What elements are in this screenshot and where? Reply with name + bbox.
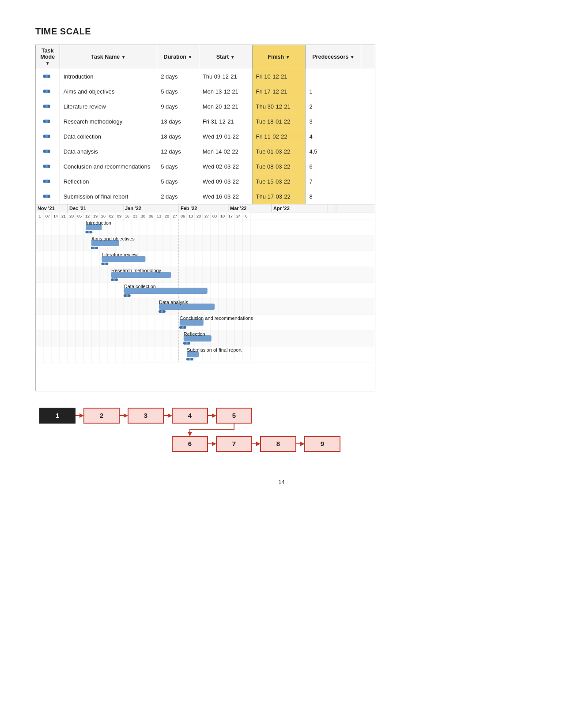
- task-pred: [306, 69, 361, 84]
- task-mode-icon: [43, 177, 53, 184]
- svg-point-142: [95, 247, 98, 249]
- svg-marker-189: [212, 442, 216, 446]
- svg-text:0: 0: [245, 214, 247, 218]
- task-duration: 2 days: [157, 69, 199, 84]
- page-number: 14: [35, 479, 528, 485]
- svg-point-162: [163, 310, 166, 313]
- table-row: Literature review 9 days Mon 20-12-21 Th…: [36, 99, 375, 114]
- task-ind: [361, 144, 375, 159]
- svg-text:26: 26: [101, 214, 106, 218]
- svg-text:16: 16: [125, 214, 129, 218]
- svg-point-11: [48, 120, 50, 123]
- svg-text:09: 09: [117, 214, 121, 218]
- task-duration: 5 days: [157, 159, 199, 174]
- svg-text:17: 17: [228, 214, 233, 218]
- svg-point-157: [128, 294, 131, 297]
- svg-text:Aims and objectives: Aims and objectives: [91, 236, 135, 241]
- task-finish: Tue 18-01-22: [252, 114, 306, 129]
- task-mode-icon: [43, 162, 53, 169]
- task-duration: 9 days: [157, 99, 199, 114]
- network-svg: 123456789: [35, 404, 375, 461]
- table-row: Aims and objectives 5 days Mon 13-12-21 …: [36, 84, 375, 99]
- svg-marker-186: [212, 413, 216, 418]
- task-name: Submission of final report: [60, 189, 157, 204]
- svg-text:30: 30: [141, 214, 145, 218]
- th-pred: Predecessors ▼: [306, 45, 361, 69]
- task-finish: Thu 30-12-21: [252, 99, 306, 114]
- svg-point-19: [43, 165, 45, 168]
- svg-text:Jan '22: Jan '22: [125, 206, 141, 211]
- task-mode-icon: [43, 117, 53, 124]
- svg-text:Introduction: Introduction: [86, 220, 111, 225]
- svg-point-156: [124, 294, 126, 297]
- task-duration: 12 days: [157, 144, 199, 159]
- task-mode-icon: [43, 132, 53, 139]
- task-finish: Tue 01-03-22: [252, 144, 306, 159]
- svg-text:7: 7: [232, 440, 236, 447]
- task-ind: [361, 114, 375, 129]
- svg-marker-187: [188, 432, 192, 436]
- svg-rect-98: [36, 251, 375, 267]
- task-duration: 13 days: [157, 114, 199, 129]
- svg-marker-184: [168, 413, 172, 418]
- svg-point-17: [48, 150, 50, 153]
- svg-text:13: 13: [189, 214, 193, 218]
- task-start: Mon 20-12-21: [199, 99, 252, 114]
- svg-text:Data collection: Data collection: [124, 284, 156, 289]
- th-ind: [361, 45, 375, 69]
- task-duration: 5 days: [157, 84, 199, 99]
- th-mode: Task Mode ▼: [36, 45, 60, 69]
- svg-point-8: [48, 105, 50, 108]
- task-finish: Tue 08-03-22: [252, 159, 306, 174]
- svg-text:20: 20: [165, 214, 169, 218]
- svg-point-167: [184, 326, 186, 329]
- svg-text:Mar '22: Mar '22: [230, 206, 246, 211]
- task-pred: 8: [306, 189, 361, 204]
- svg-point-136: [85, 231, 88, 233]
- svg-point-5: [48, 90, 50, 93]
- task-mode-icon: [43, 147, 53, 154]
- svg-text:6: 6: [188, 440, 192, 447]
- gantt-table: Task Mode ▼ Task Name ▼ Duration ▼ Start…: [35, 45, 375, 204]
- svg-point-147: [106, 263, 108, 265]
- th-name: Task Name ▼: [60, 45, 157, 69]
- task-duration: 2 days: [157, 189, 199, 204]
- svg-text:Data analysis: Data analysis: [159, 300, 189, 305]
- svg-text:5: 5: [232, 412, 236, 419]
- task-finish: Fri 11-02-22: [252, 129, 306, 144]
- svg-point-151: [111, 278, 113, 281]
- task-start: Mon 14-02-22: [199, 144, 252, 159]
- th-duration: Duration ▼: [157, 45, 199, 69]
- svg-text:02: 02: [109, 214, 113, 218]
- task-start: Wed 09-03-22: [199, 174, 252, 189]
- svg-point-20: [48, 165, 50, 168]
- svg-text:06: 06: [181, 214, 185, 218]
- svg-text:03: 03: [212, 214, 217, 218]
- svg-point-161: [159, 310, 161, 313]
- task-ind: [361, 99, 375, 114]
- svg-rect-99: [36, 267, 375, 283]
- svg-point-13: [43, 135, 45, 138]
- svg-marker-180: [79, 413, 84, 418]
- task-duration: 18 days: [157, 129, 199, 144]
- svg-point-7: [43, 105, 45, 108]
- svg-text:1: 1: [56, 412, 59, 419]
- svg-text:3: 3: [144, 412, 147, 419]
- task-pred: 6: [306, 159, 361, 174]
- table-row: Research methodology 13 days Fri 31-12-2…: [36, 114, 375, 129]
- task-pred: 7: [306, 174, 361, 189]
- svg-point-172: [188, 342, 190, 345]
- svg-marker-182: [124, 413, 128, 418]
- svg-text:8: 8: [276, 440, 280, 447]
- task-pred: 4,5: [306, 144, 361, 159]
- svg-text:05: 05: [77, 214, 82, 218]
- svg-text:24: 24: [236, 214, 241, 218]
- svg-text:4: 4: [188, 412, 192, 419]
- task-name: Conclusion and recommendations: [60, 159, 157, 174]
- svg-text:Research methodology: Research methodology: [111, 268, 162, 273]
- table-row: Conclusion and recommendations 5 days We…: [36, 159, 375, 174]
- svg-text:23: 23: [133, 214, 137, 218]
- svg-text:12: 12: [85, 214, 90, 218]
- svg-point-16: [43, 150, 45, 153]
- svg-text:07: 07: [45, 214, 50, 218]
